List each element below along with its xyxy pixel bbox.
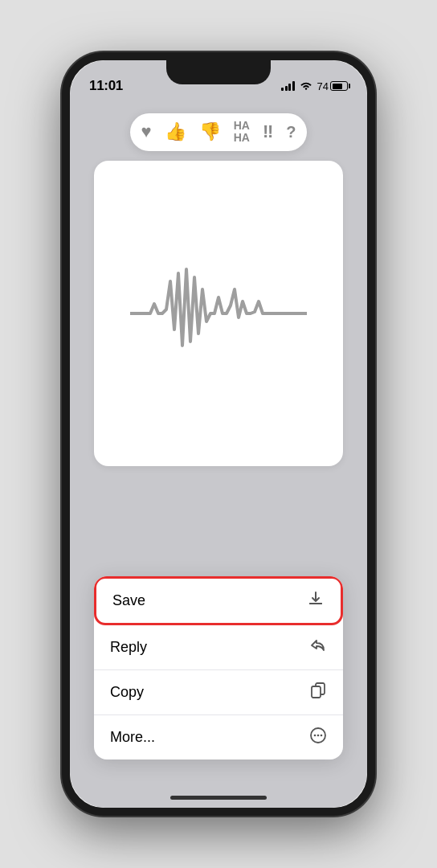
save-label: Save — [112, 592, 145, 609]
copy-label: Copy — [110, 684, 144, 701]
signal-icon — [281, 81, 295, 91]
screen: 11:01 74 — [70, 60, 367, 808]
save-icon — [307, 590, 325, 612]
more-label: More... — [110, 729, 155, 746]
svg-rect-3 — [312, 686, 321, 698]
svg-point-7 — [321, 735, 323, 737]
svg-point-6 — [317, 735, 320, 737]
copy-icon — [309, 682, 327, 703]
wifi-icon — [300, 81, 312, 91]
svg-rect-1 — [309, 603, 322, 604]
content-area: ♥ 👍 👎 HAHA ‼ ? Save — [70, 100, 367, 808]
svg-point-5 — [314, 735, 317, 737]
waveform-container — [94, 161, 343, 466]
reaction-bar: ♥ 👍 👎 HAHA ‼ ? — [130, 113, 308, 151]
waveform-icon — [130, 257, 307, 370]
save-menu-item[interactable]: Save — [94, 576, 343, 625]
notch — [166, 60, 271, 84]
reply-icon — [309, 637, 327, 658]
battery-indicator: 74 — [317, 80, 348, 92]
home-indicator — [170, 796, 267, 800]
heart-reaction[interactable]: ♥ — [141, 121, 152, 142]
copy-menu-item[interactable]: Copy — [94, 670, 343, 715]
thumbsup-reaction[interactable]: 👍 — [165, 121, 186, 142]
message-bubble — [94, 161, 343, 466]
more-menu-item[interactable]: More... — [94, 715, 343, 760]
status-time: 11:01 — [89, 78, 123, 94]
reply-menu-item[interactable]: Reply — [94, 625, 343, 670]
phone-frame: 11:01 74 — [62, 52, 375, 816]
reply-label: Reply — [110, 639, 147, 656]
thumbsdown-reaction[interactable]: 👎 — [199, 121, 221, 142]
battery-percent: 74 — [317, 80, 329, 92]
haha-reaction[interactable]: HAHA — [234, 120, 250, 145]
status-icons: 74 — [281, 80, 348, 92]
exclaim-reaction[interactable]: ‼ — [263, 121, 273, 142]
more-icon — [309, 727, 327, 748]
question-reaction[interactable]: ? — [286, 123, 296, 141]
context-menu: Save Reply — [94, 576, 343, 760]
